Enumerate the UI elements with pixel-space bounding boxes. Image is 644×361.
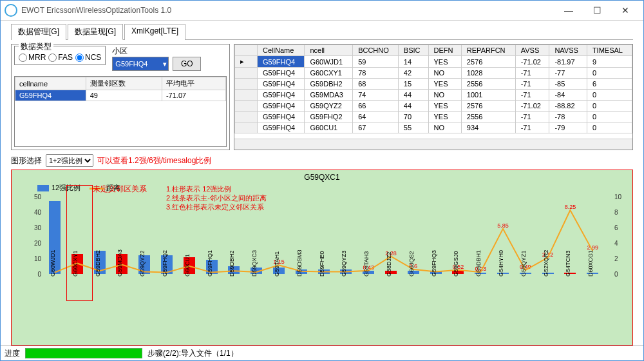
x-tick-label: G60CXY1 [72, 250, 89, 277]
chart-select-label: 图形选择 [11, 155, 42, 166]
cell-combobox[interactable]: G59FHQ4▾ [112, 57, 169, 71]
x-tick-label: G59QYZ1 [520, 250, 537, 277]
status-label: 进度 [5, 348, 20, 359]
x-tick-label: D59DSM3 [296, 249, 313, 277]
x-tick-label: G60WJD1 [50, 249, 66, 277]
x-tick-label: G59GSJ0 [453, 251, 469, 277]
app-logo-icon [5, 4, 17, 17]
radio-fas[interactable]: FAS [48, 53, 73, 62]
chart-area: G59QXC1 12强比例 距离 1.柱形表示 12强比例 2.线条表示主-邻小… [11, 170, 633, 346]
x-tick-label: G54TCN3 [565, 250, 582, 277]
x-tick-label: G59MDA3 [117, 249, 133, 277]
tab-xmlkget[interactable]: XmlKget[LTE] [124, 24, 185, 40]
tab-data-present[interactable]: 数据呈现[G] [68, 24, 123, 40]
table-row[interactable]: G59FHQ4G59MDA37444NO1001-71-840 [235, 90, 632, 101]
table-row[interactable]: ▸G59FHQ4G60WJD15914YES2576-71.02-81.979 [235, 56, 632, 68]
summary-table[interactable]: cellname测量邻区数平均电平 G59FHQ449-71.07 [15, 77, 226, 101]
statusbar: 进度 步骤(2/2):导入文件（1/1） [1, 346, 643, 360]
table-row[interactable]: G59FHQ4G59DBH26815YES2556-71-856 [235, 79, 632, 90]
app-window: EWOT EricssonWirelessOptizationTools 1.0… [0, 0, 644, 361]
radio-ncs[interactable]: NCS [75, 53, 101, 62]
window-title: EWOT EricssonWirelessOptizationTools 1.0 [21, 6, 554, 15]
x-tick-label: G59TAH1 [274, 251, 290, 277]
fieldset-label: 数据类型 [19, 41, 53, 52]
chart-title: G59QXC1 [18, 173, 626, 182]
x-tick-label: G59QYZ3 [341, 250, 357, 277]
radio-mrr[interactable]: MRR [19, 53, 46, 62]
table-row[interactable]: G59FHQ4G60CXY17842NO1028-71-770 [235, 68, 632, 79]
titlebar: EWOT EricssonWirelessOptizationTools 1.0… [1, 1, 643, 21]
x-tick-label: D59FHE0 [319, 251, 336, 277]
x-tick-label: D60XCG1 [587, 250, 604, 277]
table-row[interactable]: G59FHQ4G60CU16755NO934-71-790 [235, 122, 632, 133]
x-tick-label: G59QYZ2 [139, 250, 156, 277]
table-row[interactable]: G59FHQ4G59FHQ26470YES2556-71-780 [235, 112, 632, 122]
status-step: 步骤(2/2):导入文件（1/1） [147, 348, 238, 359]
left-panel: 数据类型 MRR FAS NCS 小区 G59FHQ4▾ GO [11, 44, 230, 150]
grid-hscrollbar[interactable] [234, 139, 632, 150]
x-tick-label: G59FHQ2 [162, 250, 178, 277]
close-button[interactable]: ✕ [611, 1, 639, 19]
x-tick-label: G60CU1 [184, 254, 201, 277]
data-grid[interactable]: CellNamencellBCCHNOBSICDEFNREPARFCNAVSSN… [234, 44, 633, 150]
chart-select[interactable]: 1+2强比例 [46, 154, 93, 167]
maximize-button[interactable]: ☐ [583, 1, 611, 19]
table-row[interactable]: G59FHQ4G59QYZ26644YES2576-71.02-88.820 [235, 101, 632, 112]
x-tick-label: G52XQR2 [543, 249, 560, 277]
chart-select-hint: 可以查看1.2强/6强/timesalog比例 [97, 155, 211, 166]
progress-bar [25, 348, 142, 358]
x-tick-label: D59QXC3 [251, 250, 268, 277]
x-tick-label: G38DJZ2 [386, 251, 402, 277]
x-tick-label: G59FHQ1 [207, 250, 223, 277]
x-tick-label: G59DBH2 [95, 250, 111, 277]
minimize-button[interactable]: — [554, 1, 583, 19]
go-button[interactable]: GO [173, 57, 201, 71]
undefined-neighbor-label: 未定义邻区关系 [93, 184, 147, 195]
cell-label: 小区 [112, 46, 169, 57]
tab-data-manage[interactable]: 数据管理[G] [11, 24, 66, 40]
x-tick-label: G59TAH3 [363, 251, 380, 277]
x-tick-label: D59DBH2 [229, 250, 245, 277]
main-tabs: 数据管理[G] 数据呈现[G] XmlKget[LTE] [11, 23, 633, 40]
x-tick-label: G60JQS2 [408, 251, 425, 277]
x-tick-label: G54HYH0 [498, 250, 515, 277]
chevron-down-icon: ▾ [163, 60, 167, 68]
x-tick-label: G59DBH1 [475, 250, 492, 277]
x-tick-label: G59FHQ3 [431, 250, 448, 277]
